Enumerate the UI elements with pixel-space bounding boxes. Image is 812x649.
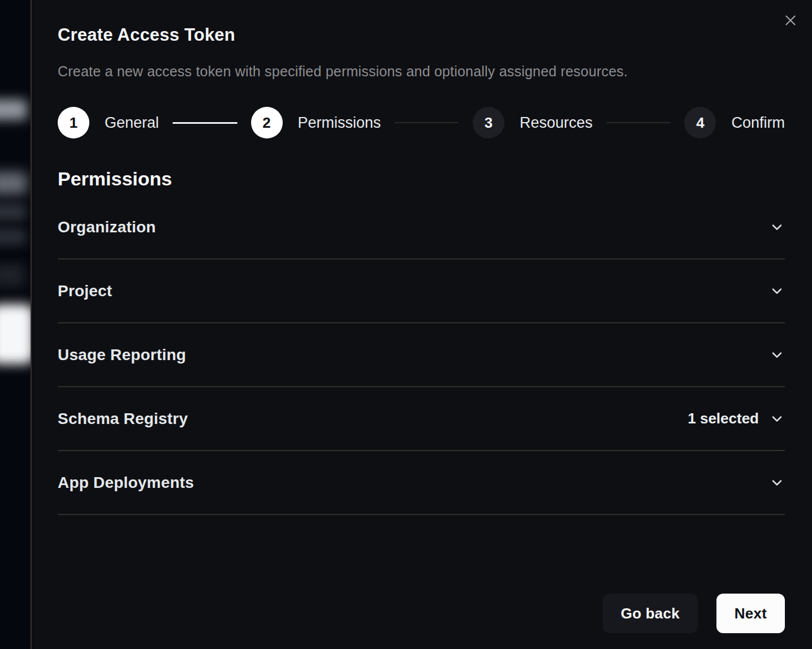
step-number-badge: 4 <box>684 107 716 139</box>
blurred-backdrop-card <box>0 304 31 364</box>
stepper-connector <box>606 122 671 123</box>
go-back-button[interactable]: Go back <box>603 594 698 633</box>
stepper-step-confirm[interactable]: 4 Confirm <box>684 107 785 139</box>
modal-footer: Go back Next <box>58 594 785 633</box>
stepper-step-general[interactable]: 1 General <box>58 107 159 139</box>
app-page: Create Access Token Create a new access … <box>0 0 812 649</box>
section-heading: Permissions <box>58 168 785 190</box>
modal-subtitle: Create a new access token with specified… <box>58 63 785 80</box>
chevron-down-icon <box>769 411 785 427</box>
step-label: General <box>105 114 159 132</box>
permission-group-row-schema-registry[interactable]: Schema Registry 1 selected <box>58 387 785 451</box>
blurred-backdrop-text <box>0 204 26 220</box>
step-label: Resources <box>520 114 593 132</box>
permission-group-row-project[interactable]: Project <box>58 259 785 323</box>
background-page-strip <box>0 0 31 649</box>
close-icon[interactable] <box>780 10 801 31</box>
stepper-step-permissions[interactable]: 2 Permissions <box>251 107 381 139</box>
stepper: 1 General 2 Permissions 3 Resources 4 Co… <box>58 107 785 139</box>
permission-groups-list: Organization Project Usage <box>58 196 785 515</box>
permission-group-label: Usage Reporting <box>58 346 186 364</box>
chevron-down-icon <box>769 219 785 235</box>
chevron-down-icon <box>769 347 785 363</box>
permission-group-label: Organization <box>58 218 156 236</box>
step-number-badge: 2 <box>251 107 283 139</box>
permission-group-label: Project <box>58 282 112 300</box>
chevron-down-icon <box>769 283 785 299</box>
stepper-step-resources[interactable]: 3 Resources <box>473 107 593 139</box>
blurred-backdrop-text <box>0 228 26 245</box>
next-button[interactable]: Next <box>716 594 785 633</box>
create-access-token-modal: Create Access Token Create a new access … <box>31 0 812 649</box>
step-number-badge: 3 <box>473 107 504 139</box>
blurred-backdrop-item <box>0 263 25 287</box>
permission-group-row-organization[interactable]: Organization <box>58 196 785 259</box>
modal-title: Create Access Token <box>58 25 785 45</box>
permission-group-label: Schema Registry <box>58 410 188 428</box>
permission-group-label: App Deployments <box>58 474 194 492</box>
selected-count: 1 selected <box>688 410 759 427</box>
stepper-connector <box>172 122 237 124</box>
blurred-backdrop-text <box>0 172 27 194</box>
step-label: Permissions <box>298 114 381 132</box>
flex-spacer <box>58 515 785 594</box>
step-label: Confirm <box>731 114 785 132</box>
step-number-badge: 1 <box>58 107 89 139</box>
permission-group-row-app-deployments[interactable]: App Deployments <box>58 451 785 515</box>
chevron-down-icon <box>769 475 785 491</box>
blurred-backdrop-text <box>0 99 27 120</box>
stepper-connector <box>395 122 459 123</box>
permission-group-row-usage-reporting[interactable]: Usage Reporting <box>58 323 785 387</box>
